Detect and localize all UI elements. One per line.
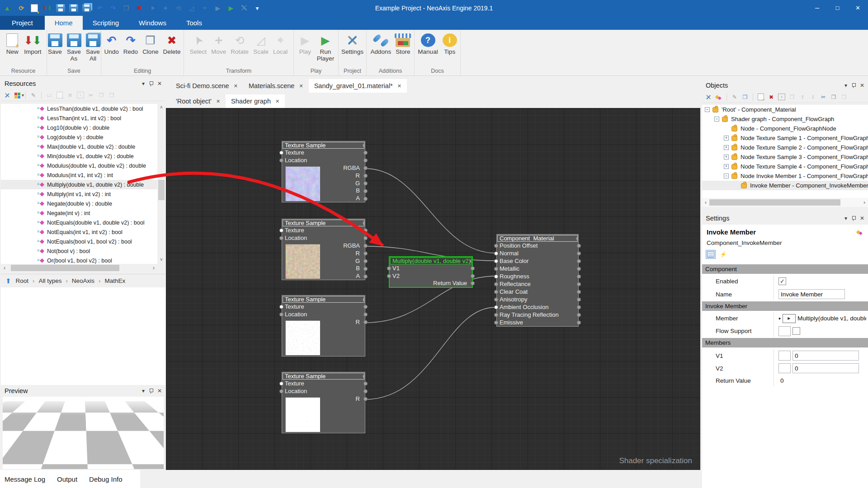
output-pin-icon[interactable] [363,197,368,201]
expander-icon[interactable]: + [724,155,729,160]
scroll-left-icon[interactable]: ‹ [1,265,8,271]
objects-horizontal-scrollbar[interactable]: ‹ › [702,198,868,207]
objects-toolbar-icon[interactable] [768,94,775,100]
input-pin-icon[interactable] [279,312,283,316]
resources-toolbar-icon[interactable] [77,92,84,99]
quick-access-icon[interactable] [82,4,91,12]
scroll-right-icon[interactable]: › [861,199,868,206]
input-pin-icon[interactable] [279,305,283,309]
bottom-tab[interactable]: Message Log [5,475,45,483]
quick-access-icon[interactable] [17,4,26,12]
pin-icon[interactable] [363,312,368,316]
objects-toolbar-icon[interactable] [820,94,827,100]
v1-input[interactable] [793,351,859,361]
quick-access-icon[interactable] [43,4,52,12]
properties-view-button[interactable] [706,250,716,259]
input-pin-icon[interactable] [387,274,391,278]
close-icon[interactable]: ✕ [299,83,303,89]
quick-access-icon[interactable] [187,4,196,12]
pin-icon[interactable] [363,389,368,393]
menu-tab[interactable]: Tools [176,16,212,30]
object-tree-item[interactable]: − Node Invoke Member 1 - Component_FlowG… [702,171,868,181]
objects-toolbar-icon[interactable] [788,94,796,100]
pin-icon[interactable] [363,228,368,232]
resource-method-item[interactable]: Negate(double v) : double [1,199,157,208]
input-pin-icon[interactable] [279,228,283,232]
breadcrumb-item[interactable]: All types [28,277,61,284]
quick-access-icon[interactable] [31,4,38,12]
input-pin-icon[interactable] [494,320,498,324]
resources-toolbar-icon[interactable] [66,92,74,99]
pin-icon[interactable] [577,305,581,309]
close-icon[interactable]: ✕ [234,83,238,89]
input-pin-icon[interactable] [494,251,498,255]
navigate-up-icon[interactable]: ⬆ [5,277,11,285]
output-pin-icon[interactable] [471,282,475,286]
output-pin-icon[interactable] [363,252,368,256]
expander-icon[interactable]: − [724,174,729,178]
node-texture-sample-2[interactable]: Texture Sample Texture Location RGBA R G… [282,219,365,280]
v2-default-box[interactable] [778,363,791,373]
input-pin-icon[interactable] [494,244,498,248]
node-texture-sample-1[interactable]: Texture Sample Texture Location RGBA R G… [282,141,365,202]
resource-method-item[interactable]: Or(bool v1, bool v2) : bool [1,256,157,264]
resources-toolbar-icon[interactable] [30,92,37,99]
close-icon[interactable]: ✕ [157,388,162,394]
resource-method-item[interactable]: NotEquals(double v1, double v2) : bool [1,218,157,227]
resource-method-item[interactable]: Negate(int v) : int [1,208,157,218]
scroll-right-icon[interactable]: › [150,265,157,271]
object-tree-item[interactable]: Node - Component_FlowGraphNode [702,124,868,133]
expander-icon[interactable]: − [705,107,710,112]
expander-icon[interactable]: + [724,145,729,150]
input-pin-icon[interactable] [387,266,391,270]
input-pin-icon[interactable] [494,282,498,286]
quick-access-icon[interactable] [108,4,118,12]
scroll-down-icon[interactable]: ˅ [158,257,165,262]
section-members[interactable]: Members [702,338,868,347]
view-tab[interactable]: Shader graph ✕ [226,94,285,108]
output-pin-icon[interactable] [363,189,368,193]
pin-icon[interactable] [363,221,364,225]
pin-icon[interactable] [577,251,581,255]
pin-icon[interactable] [363,158,368,162]
document-tab[interactable]: Materials.scene ✕ [243,79,309,93]
breadcrumb-item[interactable]: MathEx [94,277,125,284]
scroll-up-icon[interactable]: ˄ [158,105,165,110]
resource-method-item[interactable]: Multiply(int v1, int v2) : int [1,189,157,199]
node-texture-sample-3[interactable]: Texture Sample Texture Location R [282,295,365,357]
chevron-down-icon[interactable]: ▾ [142,80,145,87]
pin-icon[interactable] [852,83,855,88]
quick-access-icon[interactable] [253,4,262,12]
resources-toolbar-icon[interactable] [57,92,63,99]
quick-access-icon[interactable] [56,4,65,12]
v1-default-box[interactable] [778,351,791,361]
pin-icon[interactable] [363,374,364,378]
document-tab[interactable]: Sci-fi Demo.scene ✕ [170,79,243,93]
chevron-down-icon[interactable]: ▾ [844,82,847,89]
pin-icon[interactable] [363,305,368,309]
pin-icon[interactable] [577,297,581,301]
resources-toolbar-icon[interactable] [87,92,94,99]
pin-icon[interactable] [149,81,153,86]
resources-toolbar-icon[interactable] [41,92,42,99]
input-pin-icon[interactable] [494,313,498,317]
object-tree-item[interactable]: − 'Root' - Component_Material [702,105,868,114]
resource-method-item[interactable]: LessThan(int v1, int v2) : bool [1,113,157,123]
section-invoke-member[interactable]: Invoke Member [702,301,868,311]
menu-tab[interactable]: Scripting [83,16,129,30]
section-component[interactable]: Component [702,264,868,274]
node-texture-sample-4[interactable]: Texture Sample Texture Location R [282,372,365,433]
pin-icon[interactable] [471,274,475,278]
resource-method-item[interactable]: Log10(double v) : double [1,123,157,132]
name-input[interactable] [778,289,845,299]
output-pin-icon[interactable] [363,174,368,178]
resources-toolbar-icon[interactable] [108,92,115,99]
output-pin-icon[interactable] [363,166,368,170]
quick-access-icon[interactable] [122,4,131,12]
objects-toolbar-icon[interactable] [753,94,753,101]
objects-toolbar-icon[interactable] [731,94,738,100]
quick-access-icon[interactable] [213,4,222,12]
close-icon[interactable]: ✕ [397,83,401,89]
pin-icon[interactable] [577,244,581,248]
enabled-checkbox[interactable]: ✓ [778,277,786,285]
